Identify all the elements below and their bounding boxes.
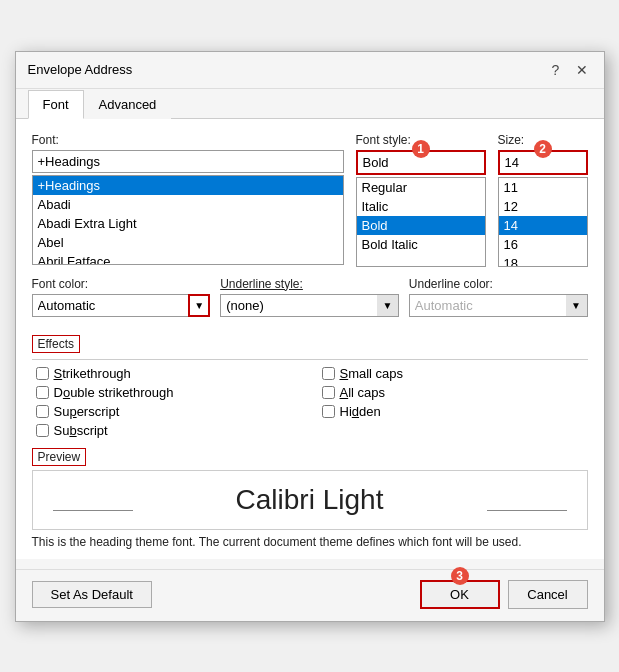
close-button[interactable]: ✕	[572, 60, 592, 80]
style-badge: 1	[412, 140, 430, 158]
hidden-checkbox[interactable]	[322, 405, 335, 418]
list-item[interactable]: Abadi	[33, 195, 343, 214]
underline-style-select[interactable]: (none)	[220, 294, 399, 317]
effects-grid: Strikethrough Small caps Double striketh…	[32, 366, 588, 438]
tabs-bar: Font Advanced	[16, 89, 604, 119]
ok-badge: 3	[451, 567, 469, 585]
underline-style-col: Underline style: (none) ▼	[220, 277, 399, 317]
tab-advanced[interactable]: Advanced	[84, 90, 172, 119]
list-item[interactable]: Bold Italic	[357, 235, 485, 254]
all-caps-checkbox[interactable]	[322, 386, 335, 399]
underline-row: Font color: Automatic ▼ Underline style:…	[32, 277, 588, 317]
superscript-label: Superscript	[54, 404, 120, 419]
button-row: Set As Default 3 OK Cancel	[16, 569, 604, 621]
effects-label: Effects	[32, 335, 80, 353]
list-item[interactable]: +Headings	[33, 176, 343, 195]
dialog-title: Envelope Address	[28, 62, 133, 77]
font-list[interactable]: +Headings Abadi Abadi Extra Light Abel A…	[32, 175, 344, 265]
superscript-row[interactable]: Superscript	[36, 404, 302, 419]
hidden-label: Hidden	[340, 404, 381, 419]
underline-color-select[interactable]: Automatic	[409, 294, 588, 317]
list-item[interactable]: 14	[499, 216, 587, 235]
underline-color-label: Underline color:	[409, 277, 588, 291]
double-strikethrough-row[interactable]: Double strikethrough	[36, 385, 302, 400]
double-strikethrough-label: Double strikethrough	[54, 385, 174, 400]
strikethrough-row[interactable]: Strikethrough	[36, 366, 302, 381]
size-list[interactable]: 11 12 14 16 18	[498, 177, 588, 267]
list-item[interactable]: 18	[499, 254, 587, 267]
underline-style-label: Underline style:	[220, 277, 399, 291]
preview-line-right	[487, 510, 567, 511]
set-default-button[interactable]: Set As Default	[32, 581, 152, 608]
size-input-wrap: 2	[498, 150, 588, 177]
preview-box: Calibri Light	[32, 470, 588, 530]
list-item[interactable]: Bold	[357, 216, 485, 235]
underline-style-select-wrap: (none) ▼	[220, 294, 399, 317]
underline-color-col: Underline color: Automatic ▼	[409, 277, 588, 317]
all-caps-label: All caps	[340, 385, 386, 400]
font-input[interactable]	[32, 150, 344, 173]
font-color-col: Font color: Automatic ▼	[32, 277, 211, 317]
title-actions: ? ✕	[546, 60, 592, 80]
envelope-address-dialog: Envelope Address ? ✕ Font Advanced Font:…	[15, 51, 605, 622]
font-color-select-wrap: Automatic ▼	[32, 294, 211, 317]
font-label: Font:	[32, 133, 344, 147]
list-item[interactable]: Abel	[33, 233, 343, 252]
font-row: Font: +Headings Abadi Abadi Extra Light …	[32, 133, 588, 267]
font-column: Font: +Headings Abadi Abadi Extra Light …	[32, 133, 344, 265]
small-caps-label: Small caps	[340, 366, 404, 381]
small-caps-row[interactable]: Small caps	[322, 366, 588, 381]
list-item[interactable]: Regular	[357, 178, 485, 197]
list-item[interactable]: Abadi Extra Light	[33, 214, 343, 233]
subscript-row[interactable]: Subscript	[36, 423, 302, 438]
list-item[interactable]: 16	[499, 235, 587, 254]
preview-label: Preview	[32, 448, 87, 466]
font-color-label: Font color:	[32, 277, 211, 291]
dialog-content: Font: +Headings Abadi Abadi Extra Light …	[16, 119, 604, 559]
help-button[interactable]: ?	[546, 60, 566, 80]
preview-description: This is the heading theme font. The curr…	[32, 535, 588, 549]
ok-button-wrap: 3 OK	[420, 580, 500, 609]
title-bar: Envelope Address ? ✕	[16, 52, 604, 89]
strikethrough-label: Strikethrough	[54, 366, 131, 381]
style-input-wrap: 1	[356, 150, 486, 177]
superscript-checkbox[interactable]	[36, 405, 49, 418]
small-caps-checkbox[interactable]	[322, 367, 335, 380]
list-item[interactable]: 12	[499, 197, 587, 216]
hidden-row[interactable]: Hidden	[322, 404, 588, 419]
underline-color-select-wrap: Automatic ▼	[409, 294, 588, 317]
strikethrough-checkbox[interactable]	[36, 367, 49, 380]
ok-cancel-group: 3 OK Cancel	[420, 580, 588, 609]
subscript-checkbox[interactable]	[36, 424, 49, 437]
size-column: Size: 2 11 12 14 16 18	[498, 133, 588, 267]
preview-text: Calibri Light	[236, 484, 384, 516]
tab-font[interactable]: Font	[28, 90, 84, 119]
all-caps-row[interactable]: All caps	[322, 385, 588, 400]
font-color-select[interactable]: Automatic	[32, 294, 211, 317]
style-column: Font style: 1 Regular Italic Bold Bold I…	[356, 133, 486, 267]
preview-line-left	[53, 510, 133, 511]
subscript-label: Subscript	[54, 423, 108, 438]
list-item[interactable]: Abril Fatface	[33, 252, 343, 265]
effects-section: Effects Strikethrough Small caps Double …	[32, 327, 588, 438]
preview-section: Preview Calibri Light This is the headin…	[32, 448, 588, 549]
double-strikethrough-checkbox[interactable]	[36, 386, 49, 399]
style-list[interactable]: Regular Italic Bold Bold Italic	[356, 177, 486, 267]
list-item[interactable]: 11	[499, 178, 587, 197]
size-badge: 2	[534, 140, 552, 158]
list-item[interactable]: Italic	[357, 197, 485, 216]
cancel-button[interactable]: Cancel	[508, 580, 588, 609]
effects-divider	[32, 359, 588, 360]
